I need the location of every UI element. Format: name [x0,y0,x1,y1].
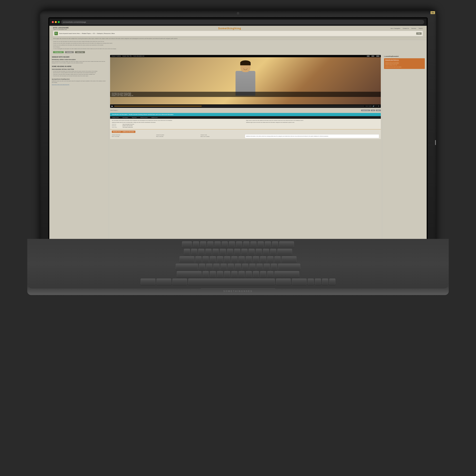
key-r[interactable] [217,256,223,262]
key-i[interactable] [246,256,252,262]
key-f3[interactable] [207,241,213,248]
key-minus[interactable] [263,249,269,255]
key-backspace[interactable] [277,249,292,255]
nav-item-teams[interactable]: Teams+ [419,28,423,29]
key-2[interactable] [198,249,204,255]
key-slash[interactable] [267,271,273,277]
related-topics-btn[interactable]: Related Topics [361,110,370,111]
key-f2[interactable] [200,241,206,248]
key-arrow-down[interactable] [329,279,335,285]
key-w[interactable] [203,256,209,262]
key-9[interactable] [249,249,255,255]
search-button[interactable]: Find [416,32,422,35]
key-p[interactable] [260,256,266,262]
key-f8[interactable] [243,241,249,248]
video-thumbnail[interactable]: Description text overlay showing details… [110,57,381,104]
key-x[interactable] [210,271,216,277]
key-arrow-left[interactable] [308,279,314,285]
dot-green[interactable] [58,21,60,23]
key-u[interactable] [238,256,245,262]
key-f1[interactable] [193,241,199,248]
key-g[interactable] [228,264,234,270]
key-return[interactable] [282,256,296,262]
key-alt-right[interactable] [292,279,307,285]
key-4[interactable] [213,249,219,255]
key-j[interactable] [242,264,248,270]
key-a[interactable] [199,264,205,270]
key-v[interactable] [224,271,230,277]
key-n[interactable] [238,271,245,277]
key-q[interactable] [195,256,202,262]
key-l[interactable] [256,264,263,270]
fullscreen-icon[interactable]: ⛶ [375,105,377,107]
clip-btn[interactable]: Clip [371,110,375,111]
key-f5[interactable] [222,241,228,248]
play-button[interactable]: ▶ [112,105,113,107]
video-cc-badge[interactable]: CC [371,55,374,57]
key-1[interactable] [191,249,197,255]
nav-item-contact[interactable]: Contact Us [403,28,409,29]
key-z[interactable] [203,271,209,277]
key-comma[interactable] [253,271,259,277]
key-bracket-left[interactable] [267,256,273,262]
key-8[interactable] [241,249,248,255]
nav-item-1[interactable]: Item 1 Navigation [391,28,400,29]
key-d[interactable] [213,264,220,270]
key-o[interactable] [253,256,259,262]
browser-address-bar[interactable]: somewebsite.com/article/page [61,20,424,24]
key-backtick[interactable] [184,249,190,255]
key-h[interactable] [235,264,241,270]
volume-icon[interactable]: 🔊 [373,105,374,107]
dot-red[interactable] [52,21,54,23]
share-btn[interactable]: Share [376,110,381,111]
touchpad[interactable] [201,289,275,289]
key-cmd-right[interactable] [276,279,291,285]
key-6[interactable] [227,249,233,255]
sidebar-extra-link[interactable]: Click here to learn more about this topi… [52,84,106,85]
key-f7[interactable] [236,241,242,248]
key-period[interactable] [260,271,266,277]
key-t[interactable] [224,256,230,262]
key-c[interactable] [217,271,223,277]
search-input[interactable] [59,33,415,34]
key-f6[interactable] [229,241,235,248]
key-f11[interactable] [265,241,271,248]
key-e[interactable] [210,256,216,262]
key-7[interactable] [234,249,240,255]
key-caps[interactable] [176,264,198,270]
key-f10[interactable] [257,241,264,248]
site-nav-right[interactable]: Item 1 Navigation Contact Us Services Te… [391,28,423,29]
video-abs-badge[interactable]: ABS [376,55,380,57]
key-quote[interactable] [271,264,277,270]
key-f12[interactable] [272,241,278,248]
key-tab[interactable] [180,256,194,262]
video-hd-badge[interactable]: HD [367,55,370,57]
key-cmd-left[interactable] [172,279,187,285]
secondary-action-button[interactable]: Secondary [65,51,74,53]
key-shift-right[interactable] [274,271,299,277]
key-arrow-right[interactable] [322,279,328,285]
tertiary-action-button[interactable]: Option Three [75,51,85,53]
key-delete[interactable] [279,241,294,248]
key-5[interactable] [220,249,226,255]
key-ctrl-left[interactable] [141,279,155,285]
key-k[interactable] [249,264,255,270]
key-m[interactable] [246,271,252,277]
key-f[interactable] [221,264,227,270]
key-bracket-right[interactable] [274,256,281,262]
progress-bar-container[interactable] [114,106,364,106]
key-s[interactable] [206,264,212,270]
key-0[interactable] [256,249,262,255]
key-alt-left[interactable] [156,279,171,285]
key-y[interactable] [231,256,238,262]
key-esc[interactable] [182,241,192,248]
dot-yellow[interactable] [55,21,57,23]
key-equals[interactable] [270,249,276,255]
key-arrow-up[interactable] [315,279,321,285]
key-f4[interactable] [214,241,221,248]
key-space[interactable] [188,279,275,285]
key-3[interactable] [205,249,212,255]
key-f9[interactable] [250,241,256,248]
key-semicolon[interactable] [264,264,270,270]
primary-action-button[interactable]: Primary Action [53,51,64,53]
